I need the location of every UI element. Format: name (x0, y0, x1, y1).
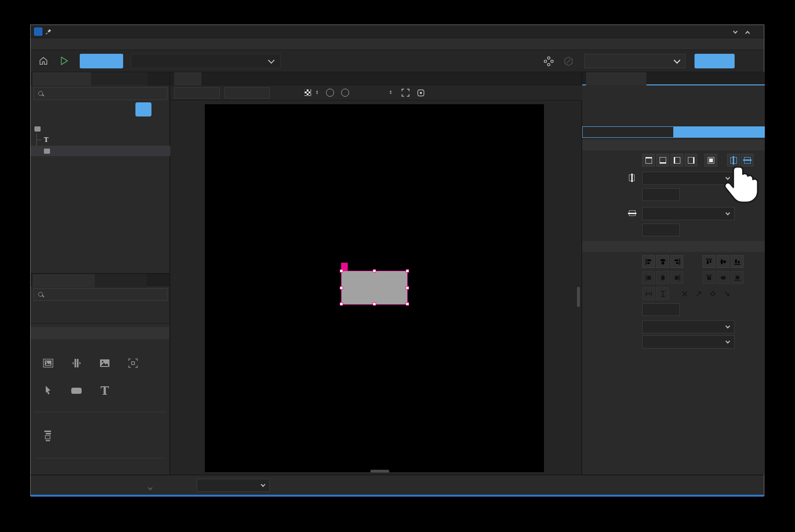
margin2-input[interactable] (642, 224, 680, 236)
distribute-top-button[interactable] (703, 271, 715, 284)
menu-view[interactable] (57, 42, 67, 45)
align-left-button[interactable] (642, 255, 655, 268)
share-button[interactable] (695, 54, 735, 68)
distribute-hcenter-button[interactable] (656, 271, 669, 284)
live-preview-button[interactable] (80, 54, 123, 68)
home-icon[interactable] (38, 56, 49, 66)
menu-window[interactable] (68, 42, 79, 45)
horizontal-scrollbar[interactable] (370, 470, 389, 473)
window-close-button[interactable] (755, 28, 764, 36)
component-list-view[interactable] (34, 429, 62, 445)
anchor-left-button[interactable] (670, 154, 683, 166)
menu-help[interactable] (80, 42, 90, 45)
component-text[interactable]: T (91, 383, 118, 399)
align-to-dropdown[interactable] (642, 320, 735, 333)
selection-handle[interactable] (373, 269, 376, 273)
selection-handle[interactable] (340, 286, 343, 290)
vertical-scrollbar[interactable] (577, 287, 580, 307)
component-mouse-area[interactable] (34, 383, 62, 399)
target-dropdown[interactable] (642, 172, 735, 185)
anchor-bottom-button[interactable] (656, 154, 669, 166)
component-item[interactable] (119, 356, 147, 372)
distribute-spacing-vertical-button[interactable] (656, 287, 669, 300)
align-top-button[interactable] (703, 255, 715, 268)
tab-navigator[interactable] (33, 72, 91, 85)
override-width-input[interactable] (174, 87, 220, 99)
target2-dropdown[interactable] (642, 207, 735, 220)
align-bottom-button[interactable] (731, 255, 744, 268)
tab-layout[interactable] (674, 127, 764, 137)
component-image[interactable] (91, 356, 118, 372)
navigator-search[interactable] (33, 87, 167, 100)
zoom-to-selection-icon[interactable] (417, 89, 425, 97)
canvas-background-color-icon[interactable] (304, 89, 311, 96)
component-rectangle[interactable] (63, 383, 90, 399)
anchor-fill-button[interactable] (704, 154, 717, 166)
window-minimize-button[interactable] (731, 28, 739, 36)
tree-row-rectangle-selected[interactable] (31, 146, 170, 156)
distribute-none-button[interactable] (678, 287, 691, 300)
section-local-custom-properties[interactable] (582, 96, 765, 106)
distribute-right-button[interactable] (670, 271, 683, 284)
open-document-dropdown[interactable] (131, 54, 281, 68)
section-layout-header[interactable] (582, 140, 765, 150)
section-visibility[interactable] (582, 116, 765, 126)
tab-assets[interactable] (95, 274, 147, 287)
section-views[interactable] (31, 416, 169, 425)
anchor-right-button[interactable] (685, 154, 697, 166)
section-alignment-header[interactable] (582, 241, 765, 252)
components-search-input[interactable] (48, 291, 163, 299)
tree-row-rectangle1[interactable] (31, 123, 170, 134)
fit-to-screen-icon[interactable] (402, 89, 410, 97)
tab-properties[interactable] (586, 72, 646, 85)
section-component[interactable] (582, 86, 765, 96)
workspace-dropdown[interactable] (584, 54, 686, 68)
window-maximize-button[interactable] (743, 28, 752, 36)
section-default-components[interactable] (31, 327, 169, 339)
anchor-top-button[interactable] (642, 154, 655, 166)
selection-handle[interactable] (406, 286, 409, 290)
selection-handle[interactable] (406, 269, 409, 273)
section-geometry-2d[interactable] (582, 106, 765, 116)
node-connections-icon[interactable] (543, 56, 554, 67)
section-positioner[interactable] (31, 463, 169, 472)
pixel-spacing-input[interactable] (642, 303, 680, 316)
zoom-in-icon[interactable] (326, 89, 334, 97)
background-stepper[interactable]: ▲▼ (315, 90, 319, 95)
override-height-input[interactable] (224, 87, 270, 99)
components-search[interactable] (33, 288, 167, 301)
tab-rectangle[interactable] (583, 127, 674, 137)
tree-row-text[interactable]: T (31, 134, 170, 145)
selection-handle[interactable] (406, 302, 409, 306)
margin-input[interactable] (642, 188, 680, 201)
tab-2d[interactable] (174, 72, 201, 85)
selection-handle[interactable] (373, 302, 376, 306)
qml-scene[interactable] (205, 104, 544, 472)
align-vcenter-button[interactable] (717, 255, 729, 268)
selected-rectangle[interactable] (341, 271, 408, 305)
component-border-image[interactable] (34, 356, 62, 372)
menu-edit[interactable] (46, 42, 56, 45)
filter-invisible-toggle[interactable] (135, 102, 151, 116)
tab-projects[interactable] (91, 72, 148, 85)
navigator-search-input[interactable] (48, 90, 163, 98)
distribute-origin-bottomright-button[interactable] (720, 287, 733, 300)
align-hcenter-button[interactable] (656, 255, 669, 268)
zoom-out-icon[interactable] (341, 89, 349, 97)
distribute-bottom-button[interactable] (731, 271, 744, 284)
distribute-origin-topleft-button[interactable] (692, 287, 705, 300)
zoom-stepper[interactable]: ▲▼ (388, 90, 393, 95)
selection-handle[interactable] (340, 302, 343, 306)
distribute-vcenter-button[interactable] (717, 271, 729, 284)
distribute-origin-center-button[interactable] (706, 287, 719, 300)
style-dropdown[interactable] (197, 479, 270, 492)
component-flickable[interactable] (63, 356, 90, 372)
menu-file[interactable] (34, 42, 45, 45)
run-play-icon[interactable] (58, 55, 69, 66)
chevron-down-icon[interactable] (149, 483, 152, 491)
selection-handle[interactable] (340, 269, 343, 273)
key-object-dropdown[interactable] (642, 335, 735, 349)
distribute-left-button[interactable] (642, 271, 655, 284)
align-right-button[interactable] (670, 255, 683, 268)
distribute-spacing-horizontal-button[interactable] (642, 287, 655, 300)
